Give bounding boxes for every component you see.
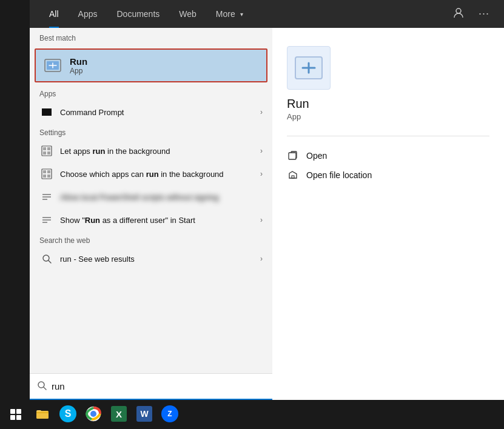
svg-rect-10 — [47, 170, 50, 173]
file-location-icon — [287, 169, 299, 181]
svg-rect-11 — [43, 175, 46, 178]
tab-more-label: More — [216, 9, 235, 19]
svg-rect-7 — [47, 151, 50, 155]
taskbar-file-explorer[interactable] — [30, 401, 55, 428]
svg-rect-4 — [43, 147, 46, 150]
svg-point-0 — [456, 8, 461, 13]
start-button[interactable] — [2, 401, 29, 428]
taskbar-zalo[interactable]: Z — [158, 401, 182, 428]
tab-documents-label: Documents — [116, 9, 160, 19]
best-match-title: Run — [70, 56, 87, 67]
open-label: Open — [306, 151, 327, 161]
svg-rect-30 — [36, 411, 49, 419]
svg-rect-12 — [47, 175, 50, 178]
svg-rect-6 — [43, 151, 46, 155]
tab-web[interactable]: Web — [169, 0, 206, 28]
tab-more[interactable]: More ▾ — [206, 0, 253, 28]
tab-web-label: Web — [179, 9, 197, 19]
tab-apps[interactable]: Apps — [69, 0, 107, 28]
svg-line-22 — [44, 387, 46, 390]
run-large-icon — [287, 46, 331, 90]
apps-section-label: Apps — [30, 85, 272, 101]
right-app-name: Run — [287, 97, 489, 111]
svg-rect-9 — [43, 170, 46, 173]
settings-section-label: Settings — [30, 124, 272, 139]
search-input[interactable] — [52, 381, 265, 391]
tab-documents[interactable]: Documents — [107, 0, 169, 28]
svg-rect-28 — [10, 415, 15, 420]
svg-rect-29 — [16, 415, 21, 420]
best-match-subtitle: App — [70, 67, 87, 75]
person-icon[interactable] — [448, 5, 469, 23]
open-file-location-label: Open file location — [306, 170, 372, 180]
taskbar: S X W Z — [0, 400, 504, 429]
best-match-label: Best match — [30, 28, 272, 46]
tab-all-label: All — [49, 9, 59, 19]
settings-item-0[interactable]: Let apps run in the background › — [30, 139, 272, 162]
right-panel: Run App Open Open — [272, 28, 504, 400]
taskbar-chrome[interactable] — [81, 401, 106, 428]
settings-icon-1 — [39, 167, 54, 181]
left-panel: Best match Run App Apps — [30, 28, 272, 400]
settings-label-3: Show "Run as a different user" in Start — [60, 216, 254, 225]
web-search-item[interactable]: run - See web results › — [30, 247, 272, 270]
command-prompt-label: Command Prompt — [60, 108, 254, 117]
search-icon — [37, 381, 47, 393]
web-search-arrow: › — [260, 254, 263, 263]
svg-rect-27 — [16, 409, 21, 414]
open-icon — [287, 150, 299, 162]
taskbar-skype[interactable]: S — [56, 401, 80, 428]
svg-rect-26 — [10, 409, 15, 414]
tab-all[interactable]: All — [39, 0, 69, 28]
chevron-down-icon: ▾ — [240, 11, 243, 18]
settings-icon-0 — [39, 144, 54, 158]
ellipsis-icon[interactable]: ··· — [474, 5, 494, 23]
settings-arrow-1: › — [260, 170, 263, 178]
nav-actions: ··· — [448, 5, 494, 23]
settings-item-3[interactable]: Show "Run as a different user" in Start … — [30, 208, 272, 231]
svg-rect-5 — [47, 147, 50, 150]
svg-rect-24 — [289, 153, 296, 159]
search-web-icon — [39, 251, 54, 266]
tab-apps-label: Apps — [78, 9, 98, 19]
svg-point-19 — [43, 255, 49, 261]
command-prompt-item[interactable]: Command Prompt › — [30, 101, 272, 124]
open-file-location-action[interactable]: Open file location — [287, 165, 489, 185]
settings-icon-3 — [39, 213, 54, 227]
settings-icon-2 — [39, 190, 54, 204]
divider — [287, 136, 489, 136]
taskbar-excel[interactable]: X — [107, 401, 131, 428]
svg-line-20 — [49, 261, 51, 263]
svg-point-32 — [90, 411, 96, 417]
web-search-label: run - See web results — [60, 254, 254, 264]
settings-label-0: Let apps run in the background — [60, 147, 254, 156]
right-app-type: App — [287, 112, 489, 121]
command-prompt-arrow: › — [260, 108, 263, 116]
settings-arrow-3: › — [260, 216, 263, 224]
settings-item-2[interactable]: Allow local PowerShell scripts without s… — [30, 185, 272, 208]
start-menu: All Apps Documents Web More ▾ ··· Best m… — [30, 0, 504, 400]
best-match-text: Run App — [70, 56, 87, 75]
main-content: Best match Run App Apps — [30, 28, 504, 400]
best-match-item[interactable]: Run App — [35, 48, 267, 82]
open-action[interactable]: Open — [287, 146, 489, 165]
settings-label-1: Choose which apps can run in the backgro… — [60, 170, 254, 179]
settings-arrow-0: › — [260, 147, 263, 155]
command-prompt-icon — [39, 105, 54, 119]
settings-label-2: Allow local PowerShell scripts without s… — [60, 193, 263, 202]
nav-bar: All Apps Documents Web More ▾ ··· — [30, 0, 504, 28]
web-section-label: Search the web — [30, 231, 272, 247]
taskbar-word[interactable]: W — [132, 401, 156, 428]
search-bar — [30, 373, 272, 400]
run-app-icon — [43, 56, 62, 75]
settings-item-1[interactable]: Choose which apps can run in the backgro… — [30, 162, 272, 185]
